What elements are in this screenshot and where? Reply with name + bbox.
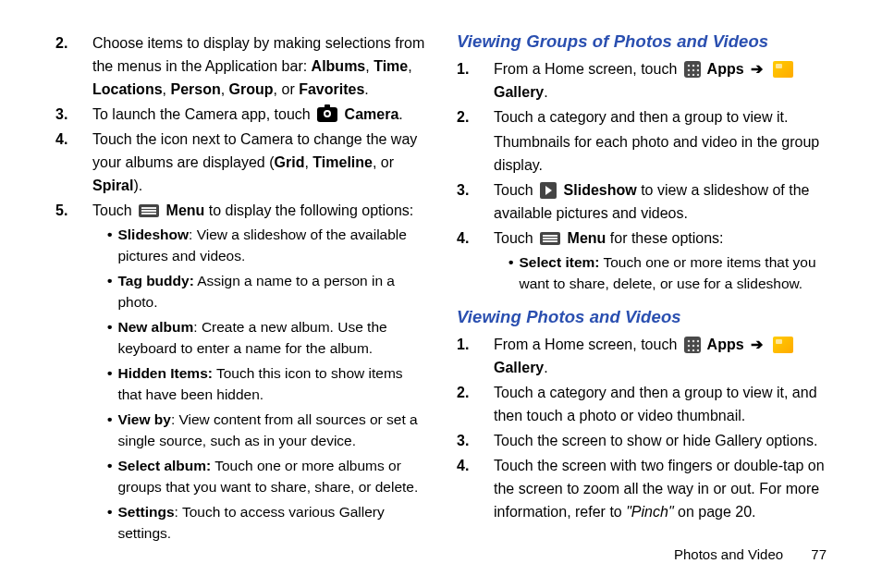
text-run: . — [544, 84, 547, 100]
text-run — [766, 61, 769, 77]
numbered-list: 1.From a Home screen, touch Apps ➔ Galle… — [457, 333, 827, 523]
numbered-item: 4.Touch the icon next to Camera to chang… — [55, 128, 425, 197]
text-run: Time — [374, 58, 408, 74]
step-number: 2. — [457, 105, 483, 177]
bullet-item: •Hidden Items: Touch this icon to show i… — [107, 362, 425, 405]
text-run: on page 20. — [674, 504, 756, 520]
bullet-dot: • — [107, 316, 112, 359]
camera-icon — [317, 107, 337, 122]
step-number: 1. — [457, 57, 483, 104]
text-run: Favorites — [299, 81, 364, 97]
bullet-dot: • — [508, 251, 513, 294]
text-run: Hidden Items: — [117, 365, 212, 381]
bullet-body: Tag buddy: Assign a name to a person in … — [117, 270, 425, 312]
step-number: 3. — [457, 178, 483, 225]
bullet-item: •Tag buddy: Assign a name to a person in… — [107, 270, 425, 312]
right-column: Viewing Groups of Photos and Videos1.Fro… — [453, 31, 827, 588]
text-run: Gallery — [494, 84, 544, 100]
text-run: Slideshow — [559, 182, 637, 198]
text-run: To launch the Camera app, touch — [92, 106, 314, 122]
bullet-item: •View by: View content from all sources … — [107, 409, 425, 451]
step-body: Touch Menu to display the following opti… — [92, 199, 425, 547]
menu-icon — [540, 232, 560, 245]
bullet-dot: • — [107, 270, 112, 312]
text-run: , — [408, 58, 411, 74]
text-run: Settings — [117, 504, 174, 520]
text-run: Slideshow — [117, 227, 189, 242]
numbered-item: 2.Touch a category and then a group to v… — [457, 381, 827, 427]
bullet-list: •Slideshow: View a slideshow of the avai… — [92, 224, 425, 544]
text-run: . — [364, 81, 368, 97]
numbered-item: 5.Touch Menu to display the following op… — [55, 199, 425, 547]
footer-page-number: 77 — [811, 546, 827, 562]
step-number: 5. — [55, 199, 81, 547]
step-number: 4. — [457, 227, 483, 298]
text-run: From a Home screen, touch — [494, 61, 681, 77]
bullet-item: •New album: Create a new album. Use the … — [107, 316, 425, 359]
text-run: Albums — [312, 58, 366, 74]
text-run: for these options: — [606, 230, 723, 246]
bullet-body: Select item: Touch one or more items tha… — [519, 251, 827, 294]
numbered-item: 2.Choose items to display by making sele… — [55, 31, 425, 101]
section-heading: Viewing Photos and Videos — [457, 307, 827, 327]
numbered-item: 3.Touch Slideshow to view a slideshow of… — [457, 178, 827, 225]
text-run: Spiral — [92, 178, 133, 193]
step-number: 2. — [55, 31, 81, 101]
text-run: "Pinch" — [626, 504, 673, 520]
text-run: , — [221, 81, 229, 97]
text-run: Touch — [494, 230, 537, 246]
text-run: Timeline — [312, 154, 373, 170]
step-body: Touch the icon next to Camera to change … — [92, 128, 425, 197]
numbered-item: 2.Touch a category and then a group to v… — [457, 105, 827, 177]
numbered-item: 1.From a Home screen, touch Apps ➔ Galle… — [457, 57, 827, 104]
bullet-dot: • — [107, 362, 112, 405]
step-body: Choose items to display by making select… — [92, 31, 425, 101]
text-run: Touch — [494, 182, 537, 198]
bullet-body: Slideshow: View a slideshow of the avail… — [117, 224, 425, 266]
numbered-item: 1.From a Home screen, touch Apps ➔ Galle… — [457, 333, 827, 379]
numbered-item: 3.Touch the screen to show or hide Galle… — [457, 429, 827, 452]
numbered-list: 2.Choose items to display by making sele… — [55, 31, 425, 547]
text-run: ➔ — [747, 61, 763, 77]
step-body: From a Home screen, touch Apps ➔ Gallery… — [494, 57, 827, 104]
text-run: Menu — [162, 202, 204, 218]
bullet-body: Hidden Items: Touch this icon to show it… — [117, 362, 425, 405]
text-run: Grid — [275, 154, 305, 170]
step-body: Touch Menu for these options:•Select ite… — [494, 227, 827, 298]
step-number: 4. — [55, 128, 81, 197]
text-run: Select item: — [519, 254, 599, 270]
step-number: 4. — [457, 454, 483, 523]
text-run: , — [304, 154, 312, 170]
step-number: 2. — [457, 381, 483, 427]
text-run: Tag buddy: — [117, 273, 193, 288]
step-body: Touch Slideshow to view a slideshow of t… — [494, 178, 827, 225]
text-run: ➔ — [747, 337, 763, 352]
text-run: . — [544, 360, 547, 375]
bullet-item: •Select album: Touch one or more albums … — [107, 455, 425, 497]
text-run: Person — [170, 81, 220, 97]
left-column: 2.Choose items to display by making sele… — [55, 31, 425, 588]
gallery-icon — [773, 337, 793, 353]
bullet-body: Settings: Touch to access various Galler… — [117, 501, 425, 544]
footer-section: Photos and Video — [674, 546, 783, 562]
text-run: , or — [274, 81, 300, 97]
play-icon — [540, 182, 557, 199]
bullet-dot: • — [107, 409, 112, 451]
step-body: Touch a category and then a group to vie… — [494, 105, 827, 177]
step-body: To launch the Camera app, touch Camera. — [92, 103, 425, 126]
text-run: Apps — [704, 337, 744, 352]
step-body: Touch a category and then a group to vie… — [494, 381, 827, 427]
text-run: Touch a category and then a group to vie… — [494, 109, 788, 125]
menu-icon — [139, 204, 159, 217]
bullet-list: •Select item: Touch one or more items th… — [494, 251, 827, 294]
step-number: 1. — [457, 333, 483, 379]
text-run: Gallery — [494, 360, 544, 375]
numbered-item: 4.Touch Menu for these options:•Select i… — [457, 227, 827, 298]
numbered-item: 3.To launch the Camera app, touch Camera… — [55, 103, 425, 126]
text-run: Locations — [92, 81, 163, 97]
text-run: ). — [133, 178, 142, 193]
text-run: Select album: — [117, 458, 211, 473]
bullet-item: •Settings: Touch to access various Galle… — [107, 501, 425, 544]
text-run: Touch a category and then a group to vie… — [494, 385, 817, 423]
apps-icon — [684, 337, 701, 353]
